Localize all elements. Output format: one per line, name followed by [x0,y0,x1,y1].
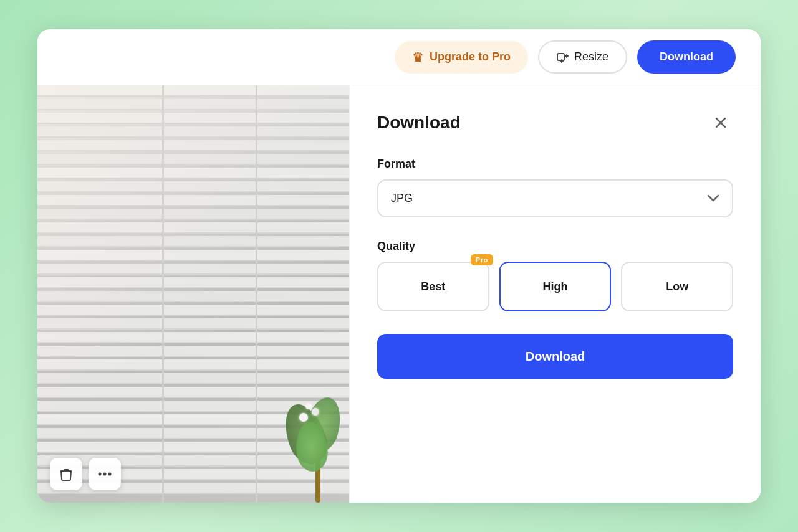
more-options-button[interactable] [89,458,121,490]
resize-button[interactable]: Resize [538,40,627,74]
svg-point-1 [99,473,102,476]
panel-title: Download [377,113,461,133]
image-area [37,85,374,503]
resize-label: Resize [574,50,608,64]
chevron-down-icon [707,192,719,205]
quality-best-label: Best [421,280,445,293]
svg-point-2 [103,473,107,476]
download-action-button[interactable]: Download [377,334,733,379]
blind-container [37,85,374,503]
top-bar: ♛ Upgrade to Pro Resize Download [37,29,761,85]
close-icon [714,116,728,130]
svg-rect-0 [557,54,564,60]
format-label: Format [377,158,733,171]
download-action-label: Download [526,349,585,363]
delete-button[interactable] [50,458,82,490]
quality-label: Quality [377,240,733,253]
download-panel: Download Format JPG Quality [349,85,761,503]
trash-icon [59,467,73,481]
format-section: Format JPG [377,158,733,217]
upgrade-label: Upgrade to Pro [430,50,511,64]
close-button[interactable] [708,110,733,135]
quality-low-button[interactable]: Low [621,262,733,311]
format-select[interactable]: JPG [377,179,733,217]
quality-high-label: High [543,280,568,293]
upgrade-to-pro-button[interactable]: ♛ Upgrade to Pro [395,41,528,74]
quality-low-label: Low [666,280,688,293]
header-download-label: Download [660,50,713,63]
svg-point-3 [108,473,112,476]
resize-icon [557,51,569,64]
more-icon [98,472,112,476]
image-placeholder [37,85,374,503]
bottom-bar [50,458,121,490]
quality-options: Pro Best High Low [377,262,733,311]
panel-header: Download [377,110,733,135]
format-value: JPG [391,192,413,205]
pro-badge: Pro [471,254,493,265]
crown-icon: ♛ [412,50,423,65]
quality-section: Quality Pro Best High Low [377,240,733,311]
main-container: ♛ Upgrade to Pro Resize Download [37,29,761,503]
header-download-button[interactable]: Download [637,40,736,74]
quality-high-button[interactable]: High [499,262,612,311]
quality-best-button[interactable]: Pro Best [377,262,489,311]
